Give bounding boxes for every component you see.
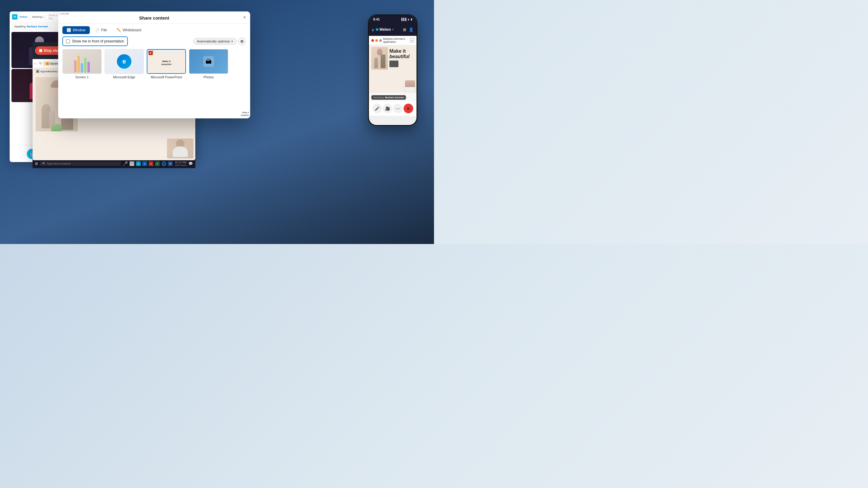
tab-whiteboard[interactable]: ✏️ Whiteboard <box>113 26 145 34</box>
taskbar-mic-icon[interactable]: 🎤 <box>123 161 128 166</box>
taskbar-excel-icon[interactable]: X <box>155 161 160 166</box>
file-tab-icon: 📄 <box>95 28 100 32</box>
webex-app-name: Webex <box>19 15 28 19</box>
mobile-profile-icon[interactable]: 👤 <box>409 27 413 32</box>
mobile-back-button[interactable]: ‹ <box>372 26 374 33</box>
mobile-end-call-button[interactable]: ✕ <box>404 104 413 113</box>
windows-start-icon[interactable]: ⊞ <box>35 161 38 166</box>
ppt-icon-badge: P <box>149 51 153 55</box>
taskbar-notifications-icon[interactable]: 💬 <box>188 161 193 166</box>
options-row: Show me in front of presentation Automat… <box>58 34 250 47</box>
optimize-caret-icon: ▾ <box>231 40 233 43</box>
ppt-make-it: Make it <box>161 60 171 63</box>
app-sharing-text: Barbara German's application <box>383 37 409 43</box>
participant-more-button[interactable]: ⋯ <box>190 139 193 142</box>
window-thumbnails: 1,878,358 Screen 1 e Make itbeautiful Mi… <box>58 47 250 81</box>
mobile-sq-headline: Make it beautiful <box>390 48 414 59</box>
bluetooth-icon[interactable]: ⊞ <box>403 27 406 32</box>
battery-icon: ▮ <box>411 18 412 21</box>
modal-header: Share content × <box>58 11 250 24</box>
optimize-controls: Automatically optimize ▾ ⚙ <box>193 37 246 45</box>
show-me-option[interactable]: Show me in front of presentation <box>62 36 128 46</box>
mobile-bottom-controls: 🎤 🎥 ⋯ ✕ <box>369 101 416 116</box>
taskbar-windows-icon[interactable]: ⬜ <box>129 161 134 166</box>
window-tab-icon: ⬜ <box>67 28 71 32</box>
squarespace-logo-icon <box>36 70 39 73</box>
mobile-make-it: Make it <box>390 48 406 54</box>
webex-logo: W <box>12 14 18 20</box>
photos-preview: 🏔 <box>189 49 228 74</box>
taskbar-chrome-icon[interactable]: 🌐 <box>161 161 166 166</box>
mobile-sq-hero: Make it beautiful <box>371 47 414 70</box>
optimize-settings-button[interactable]: ⚙ <box>238 37 246 45</box>
taskbar-search-text: Type here to search <box>47 162 71 165</box>
ppt-preview: Make it beautiful P <box>147 49 186 74</box>
mobile-mute-button[interactable]: 🎤 <box>372 104 382 113</box>
speaking-badge: Speaking: Barbara German <box>12 24 50 29</box>
edge-logo-container: e <box>117 54 131 69</box>
modal-title: Share content <box>139 15 169 21</box>
taskbar-date: 15/07/2020 <box>175 164 187 167</box>
taskbar-time: 02:12 PM <box>175 161 187 164</box>
participant-body <box>173 147 188 157</box>
taskbar-search[interactable]: 🔍 Type here to search <box>40 161 121 166</box>
m-bottle-2 <box>381 55 385 68</box>
optimize-button[interactable]: Automatically optimize ▾ <box>193 38 237 44</box>
ppt-inner: Make it beautiful <box>147 50 185 73</box>
app-sharing-bar: Barbara German's application ⤢ <box>369 36 416 45</box>
taskbar-edge-icon[interactable]: e <box>142 161 147 166</box>
mobile-speaking-area: Speaking: Barbara German <box>369 93 416 101</box>
screen1-preview: 1,878,358 <box>62 49 101 74</box>
share-content-modal: Share content × ⬜ Window 📄 File ✏️ White… <box>58 11 250 119</box>
red-dot-icon <box>371 39 374 42</box>
participant-video-overlay: ⋯ <box>167 138 194 159</box>
mobile-caret-icon: ▾ <box>392 28 394 31</box>
bar4 <box>84 58 87 72</box>
m-bottle-1 <box>374 58 378 68</box>
mobile-webex-branding: Webex ▾ <box>376 27 394 32</box>
photos-icon: 🏔 <box>203 56 214 67</box>
screen1-label: Screen 1 <box>75 75 89 79</box>
tab-favicon: 🟧 <box>45 62 49 65</box>
edge-thumb[interactable]: e Make itbeautiful Microsoft Edge <box>104 49 144 79</box>
taskbar-webex-icon[interactable]: W <box>136 161 141 166</box>
screen1-thumb[interactable]: 1,878,358 Screen 1 <box>62 49 101 79</box>
taskbar-acrobat-icon[interactable]: A <box>149 161 153 166</box>
modal-close-button[interactable]: × <box>243 15 246 20</box>
mobile-product-image <box>371 47 388 70</box>
mobile-sq-layout: Make it beautiful <box>369 45 416 71</box>
mobile-speaking-person: Barbara German <box>385 96 404 99</box>
mobile-clock: 9:41 <box>373 18 380 21</box>
bar2 <box>78 56 80 72</box>
forward-button[interactable]: › <box>37 61 38 66</box>
back-button[interactable]: ‹ <box>34 61 36 66</box>
mobile-sq-product-box <box>390 61 398 67</box>
refresh-button[interactable]: ↻ <box>39 61 42 65</box>
ppt-thumb[interactable]: Make it beautiful P Microsoft PowerPoint <box>147 49 186 79</box>
sq-logo-area: SQUARESPACE <box>36 70 60 73</box>
mobile-video-button[interactable]: 🎥 <box>383 104 393 113</box>
squarespace-logo-text: SQUARESPACE <box>40 70 60 73</box>
wifi-icon: ▲ <box>407 18 410 21</box>
mobile-sq-product-thumb <box>390 61 414 67</box>
ppt-content: Make it beautiful <box>147 53 185 73</box>
mobile-speaking-label: Speaking: <box>373 96 384 99</box>
photos-thumb[interactable]: 🏔 Photos <box>189 49 228 79</box>
speaker-name: Barbara German <box>27 25 48 28</box>
window-tab-label: Window <box>73 28 86 32</box>
windows-taskbar: ⊞ 🔍 Type here to search 🎤 ⬜ W e A X 🌐 W … <box>33 159 195 168</box>
mobile-more-button[interactable]: ⋯ <box>393 104 403 113</box>
orange-dot-icon <box>375 39 378 42</box>
search-magnifier-icon: 🔍 <box>42 162 45 165</box>
edge-preview: e Make itbeautiful <box>104 49 144 74</box>
divider: | <box>30 15 30 19</box>
modal-tabs: ⬜ Window 📄 File ✏️ Whiteboard <box>58 24 250 34</box>
taskbar-word-icon[interactable]: W <box>168 161 173 166</box>
ppt-label: Microsoft PowerPoint <box>151 75 182 79</box>
mobile-status-icons: ▐▐▐ ▲ ▮ <box>401 18 412 21</box>
show-me-checkbox[interactable] <box>66 39 70 43</box>
fullscreen-button[interactable]: ⤢ <box>410 38 414 42</box>
tab-file[interactable]: 📄 File <box>91 26 111 34</box>
tab-window[interactable]: ⬜ Window <box>62 26 90 34</box>
bar3 <box>81 63 83 72</box>
